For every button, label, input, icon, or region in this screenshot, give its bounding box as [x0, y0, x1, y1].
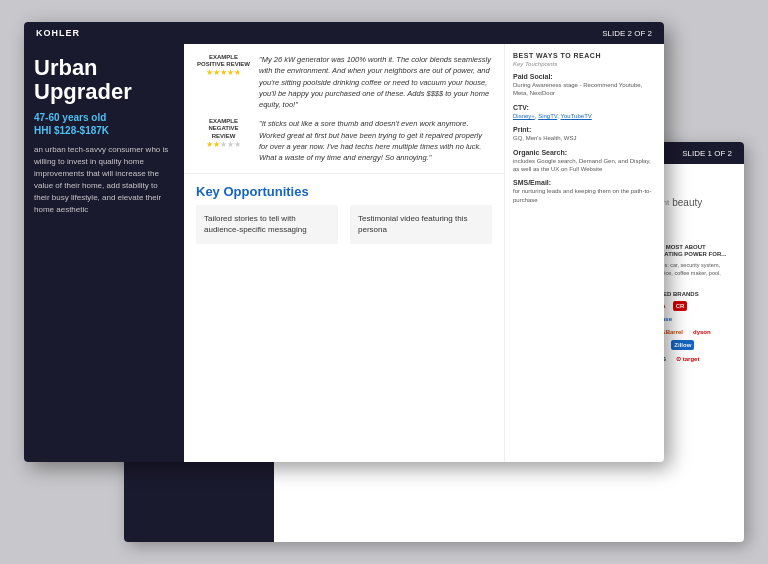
reach-item-title: Organic Search:	[513, 149, 656, 156]
ctv-link: Disney+	[513, 113, 535, 119]
negative-review-type: EXAMPLE NEGATIVE REVIEW	[196, 118, 251, 140]
opp-item-2: Testimonial video featuring this persona	[350, 205, 492, 243]
front-persona-hhi: HHI $128-$187K	[34, 125, 174, 136]
slide-back-num: SLIDE 1 OF 2	[682, 149, 732, 158]
positive-review: EXAMPLE POSITIVE REVIEW ★★★★★ "My 26 kW …	[196, 54, 492, 110]
opportunities-title: Key Opportunities	[196, 184, 492, 199]
dyson-logo: dyson	[690, 327, 714, 337]
keyword-beauty: beauty	[672, 197, 702, 208]
reach-subtitle: Key Touchpoints	[513, 61, 656, 67]
reach-item-desc: Disney+, SingTV, YouTubeTV	[513, 112, 656, 120]
front-main-content: EXAMPLE POSITIVE REVIEW ★★★★★ "My 26 kW …	[184, 44, 504, 462]
slide-front-brand: KOHLER	[36, 28, 80, 38]
slides-container: KOHLER SLIDE 1 OF 2 UrbanUpgrader 47-60 …	[24, 22, 744, 542]
negative-review-label: EXAMPLE NEGATIVE REVIEW ★★★★★	[196, 118, 251, 149]
front-right-panel: BEST WAYS TO REACH Key Touchpoints Paid …	[504, 44, 664, 462]
reach-item-organic: Organic Search: includes Google search, …	[513, 149, 656, 174]
reach-item-title: CTV:	[513, 104, 656, 111]
front-persona-age: 47-60 years old	[34, 112, 174, 123]
negative-review-text: "It sticks out like a sore thumb and doe…	[259, 118, 492, 163]
positive-review-label: EXAMPLE POSITIVE REVIEW ★★★★★	[196, 54, 251, 77]
singtv-link: SingTV	[538, 113, 557, 119]
reach-title: BEST WAYS TO REACH	[513, 52, 656, 59]
reach-item-desc: includes Google search, Demand Gen, and …	[513, 157, 656, 174]
youtube-link: YouTubeTV	[561, 113, 592, 119]
positive-review-type: EXAMPLE POSITIVE REVIEW	[196, 54, 251, 68]
consumer-reports-logo: CR	[673, 301, 688, 311]
positive-label-text: EXAMPLE POSITIVE REVIEW	[197, 54, 250, 67]
opp-item-1: Tailored stories to tell with audience-s…	[196, 205, 338, 243]
slide-front-body: UrbanUpgrader 47-60 years old HHI $128-$…	[24, 44, 664, 462]
reach-item-title: SMS/Email:	[513, 179, 656, 186]
zillow-logo: Zillow	[671, 340, 694, 350]
star-empty: ★★★	[220, 140, 241, 149]
positive-stars: ★★★★★	[196, 68, 251, 77]
opportunities-section: Key Opportunities Tailored stories to te…	[184, 174, 504, 462]
negative-label-text: EXAMPLE NEGATIVE REVIEW	[208, 118, 238, 138]
slide-front-num: SLIDE 2 OF 2	[602, 29, 652, 38]
front-persona-title: UrbanUpgrader	[34, 56, 174, 104]
reach-item-title: Print:	[513, 126, 656, 133]
opportunities-items: Tailored stories to tell with audience-s…	[196, 205, 492, 243]
reach-item-desc: for nurturing leads and keeping them on …	[513, 187, 656, 204]
reach-item-desc: GQ, Men's Health, WSJ	[513, 134, 656, 142]
reviews-section: EXAMPLE POSITIVE REVIEW ★★★★★ "My 26 kW …	[184, 44, 504, 174]
front-persona-desc: an urban tech-savvy consumer who is will…	[34, 144, 174, 216]
negative-stars: ★★★★★	[196, 140, 251, 149]
positive-review-text: "My 26 kW generator was 100% worth it. T…	[259, 54, 492, 110]
star-filled: ★★★★★	[206, 68, 241, 77]
slide-front-header: KOHLER SLIDE 2 OF 2	[24, 22, 664, 44]
reach-item-title: Paid Social:	[513, 73, 656, 80]
reach-item-sms: SMS/Email: for nurturing leads and keepi…	[513, 179, 656, 204]
reach-item-ctv: CTV: Disney+, SingTV, YouTubeTV	[513, 104, 656, 120]
reach-item-print: Print: GQ, Men's Health, WSJ	[513, 126, 656, 142]
star-filled: ★★	[206, 140, 220, 149]
reach-item-paid-social: Paid Social: During Awareness stage - Re…	[513, 73, 656, 98]
negative-review: EXAMPLE NEGATIVE REVIEW ★★★★★ "It sticks…	[196, 118, 492, 163]
target-logo: ⊙ target	[673, 353, 702, 364]
reach-item-desc: During Awareness stage - Recommend Youtu…	[513, 81, 656, 98]
slide-front-left: UrbanUpgrader 47-60 years old HHI $128-$…	[24, 44, 184, 462]
slide-front: KOHLER SLIDE 2 OF 2 UrbanUpgrader 47-60 …	[24, 22, 664, 462]
